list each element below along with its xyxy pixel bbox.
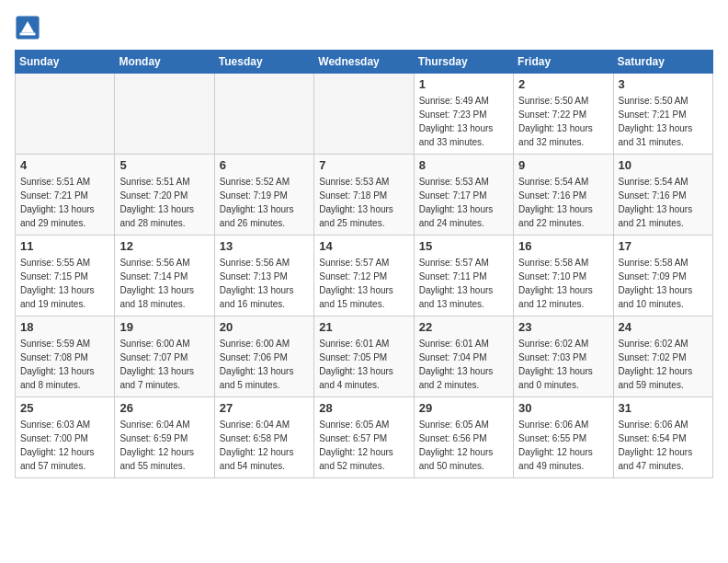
day-info: Sunrise: 5:53 AM Sunset: 7:17 PM Dayligh… [419,175,508,230]
day-info: Sunrise: 5:50 AM Sunset: 7:22 PM Dayligh… [518,94,608,149]
day-number: 1 [419,77,508,91]
calendar-week-row: 11Sunrise: 5:55 AM Sunset: 7:15 PM Dayli… [16,236,713,316]
day-number: 5 [119,158,209,172]
calendar-cell: 2Sunrise: 5:50 AM Sunset: 7:22 PM Daylig… [514,74,613,155]
day-number: 10 [619,158,708,172]
weekday-header-friday: Friday [514,51,613,74]
weekday-header-tuesday: Tuesday [214,51,313,74]
day-number: 30 [518,401,608,415]
calendar-cell: 4Sunrise: 5:51 AM Sunset: 7:21 PM Daylig… [16,155,115,236]
calendar-cell: 22Sunrise: 6:01 AM Sunset: 7:04 PM Dayli… [414,316,513,397]
day-number: 26 [119,401,209,415]
calendar-cell [16,74,115,155]
calendar-table: SundayMondayTuesdayWednesdayThursdayFrid… [15,50,713,478]
calendar-cell: 1Sunrise: 5:49 AM Sunset: 7:23 PM Daylig… [414,74,513,155]
day-number: 2 [518,77,608,91]
day-number: 7 [319,158,408,172]
day-number: 22 [419,320,508,334]
day-info: Sunrise: 5:52 AM Sunset: 7:19 PM Dayligh… [220,175,309,230]
day-info: Sunrise: 5:59 AM Sunset: 7:08 PM Dayligh… [20,337,109,392]
calendar-cell: 23Sunrise: 6:02 AM Sunset: 7:03 PM Dayli… [514,316,613,397]
day-number: 18 [20,320,109,334]
weekday-header-thursday: Thursday [414,51,513,74]
day-number: 20 [220,320,309,334]
calendar-cell: 18Sunrise: 5:59 AM Sunset: 7:08 PM Dayli… [16,316,115,397]
day-info: Sunrise: 5:55 AM Sunset: 7:15 PM Dayligh… [20,256,109,311]
calendar-cell: 27Sunrise: 6:04 AM Sunset: 6:58 PM Dayli… [214,397,313,478]
header [15,15,713,40]
day-info: Sunrise: 5:51 AM Sunset: 7:20 PM Dayligh… [119,175,209,230]
calendar-cell: 3Sunrise: 5:50 AM Sunset: 7:21 PM Daylig… [613,74,712,155]
day-number: 13 [220,239,309,253]
logo [15,15,44,40]
day-number: 6 [220,158,309,172]
day-info: Sunrise: 6:02 AM Sunset: 7:02 PM Dayligh… [619,337,708,392]
calendar-cell: 12Sunrise: 5:56 AM Sunset: 7:14 PM Dayli… [115,236,214,316]
day-number: 8 [419,158,508,172]
calendar-cell [314,74,414,155]
day-number: 24 [619,320,708,334]
calendar-cell: 13Sunrise: 5:56 AM Sunset: 7:13 PM Dayli… [214,236,313,316]
day-number: 14 [319,239,408,253]
day-number: 28 [319,401,408,415]
day-number: 15 [419,239,508,253]
day-info: Sunrise: 6:05 AM Sunset: 6:56 PM Dayligh… [419,418,508,473]
day-info: Sunrise: 5:58 AM Sunset: 7:09 PM Dayligh… [619,256,708,311]
calendar-week-row: 18Sunrise: 5:59 AM Sunset: 7:08 PM Dayli… [16,316,713,397]
calendar-cell: 16Sunrise: 5:58 AM Sunset: 7:10 PM Dayli… [514,236,613,316]
day-info: Sunrise: 5:58 AM Sunset: 7:10 PM Dayligh… [518,256,608,311]
day-info: Sunrise: 5:54 AM Sunset: 7:16 PM Dayligh… [619,175,708,230]
logo-icon [15,15,40,40]
calendar-cell: 9Sunrise: 5:54 AM Sunset: 7:16 PM Daylig… [514,155,613,236]
day-info: Sunrise: 6:00 AM Sunset: 7:06 PM Dayligh… [220,337,309,392]
day-info: Sunrise: 6:01 AM Sunset: 7:04 PM Dayligh… [419,337,508,392]
day-info: Sunrise: 5:50 AM Sunset: 7:21 PM Dayligh… [619,94,708,149]
calendar-cell: 6Sunrise: 5:52 AM Sunset: 7:19 PM Daylig… [214,155,313,236]
day-number: 23 [518,320,608,334]
calendar-cell: 26Sunrise: 6:04 AM Sunset: 6:59 PM Dayli… [115,397,214,478]
calendar-cell: 11Sunrise: 5:55 AM Sunset: 7:15 PM Dayli… [16,236,115,316]
day-info: Sunrise: 6:01 AM Sunset: 7:05 PM Dayligh… [319,337,408,392]
calendar-week-row: 25Sunrise: 6:03 AM Sunset: 7:00 PM Dayli… [16,397,713,478]
calendar-cell: 21Sunrise: 6:01 AM Sunset: 7:05 PM Dayli… [314,316,414,397]
calendar-cell: 14Sunrise: 5:57 AM Sunset: 7:12 PM Dayli… [314,236,414,316]
calendar-cell: 17Sunrise: 5:58 AM Sunset: 7:09 PM Dayli… [613,236,712,316]
calendar-cell: 5Sunrise: 5:51 AM Sunset: 7:20 PM Daylig… [115,155,214,236]
weekday-header-sunday: Sunday [16,51,115,74]
day-number: 16 [518,239,608,253]
day-info: Sunrise: 5:54 AM Sunset: 7:16 PM Dayligh… [518,175,608,230]
day-info: Sunrise: 6:02 AM Sunset: 7:03 PM Dayligh… [518,337,608,392]
day-info: Sunrise: 5:57 AM Sunset: 7:12 PM Dayligh… [319,256,408,311]
day-info: Sunrise: 6:04 AM Sunset: 6:59 PM Dayligh… [119,418,209,473]
calendar-cell: 30Sunrise: 6:06 AM Sunset: 6:55 PM Dayli… [514,397,613,478]
day-number: 12 [119,239,209,253]
calendar-week-row: 1Sunrise: 5:49 AM Sunset: 7:23 PM Daylig… [16,74,713,155]
calendar-cell [115,74,214,155]
day-info: Sunrise: 6:03 AM Sunset: 7:00 PM Dayligh… [20,418,109,473]
day-info: Sunrise: 6:04 AM Sunset: 6:58 PM Dayligh… [220,418,309,473]
day-info: Sunrise: 5:49 AM Sunset: 7:23 PM Dayligh… [419,94,508,149]
day-number: 4 [20,158,109,172]
calendar-cell: 24Sunrise: 6:02 AM Sunset: 7:02 PM Dayli… [613,316,712,397]
calendar-cell [214,74,313,155]
calendar-cell: 7Sunrise: 5:53 AM Sunset: 7:18 PM Daylig… [314,155,414,236]
day-number: 21 [319,320,408,334]
weekday-header-row: SundayMondayTuesdayWednesdayThursdayFrid… [16,51,713,74]
calendar-cell: 10Sunrise: 5:54 AM Sunset: 7:16 PM Dayli… [613,155,712,236]
calendar-cell: 25Sunrise: 6:03 AM Sunset: 7:00 PM Dayli… [16,397,115,478]
calendar-cell: 20Sunrise: 6:00 AM Sunset: 7:06 PM Dayli… [214,316,313,397]
day-info: Sunrise: 6:00 AM Sunset: 7:07 PM Dayligh… [119,337,209,392]
calendar-cell: 15Sunrise: 5:57 AM Sunset: 7:11 PM Dayli… [414,236,513,316]
weekday-header-wednesday: Wednesday [314,51,414,74]
day-number: 11 [20,239,109,253]
day-number: 27 [220,401,309,415]
weekday-header-monday: Monday [115,51,214,74]
day-number: 9 [518,158,608,172]
calendar-week-row: 4Sunrise: 5:51 AM Sunset: 7:21 PM Daylig… [16,155,713,236]
day-info: Sunrise: 6:06 AM Sunset: 6:55 PM Dayligh… [518,418,608,473]
svg-rect-2 [20,33,36,36]
day-number: 3 [619,77,708,91]
day-info: Sunrise: 5:56 AM Sunset: 7:14 PM Dayligh… [119,256,209,311]
calendar-cell: 31Sunrise: 6:06 AM Sunset: 6:54 PM Dayli… [613,397,712,478]
day-number: 19 [119,320,209,334]
